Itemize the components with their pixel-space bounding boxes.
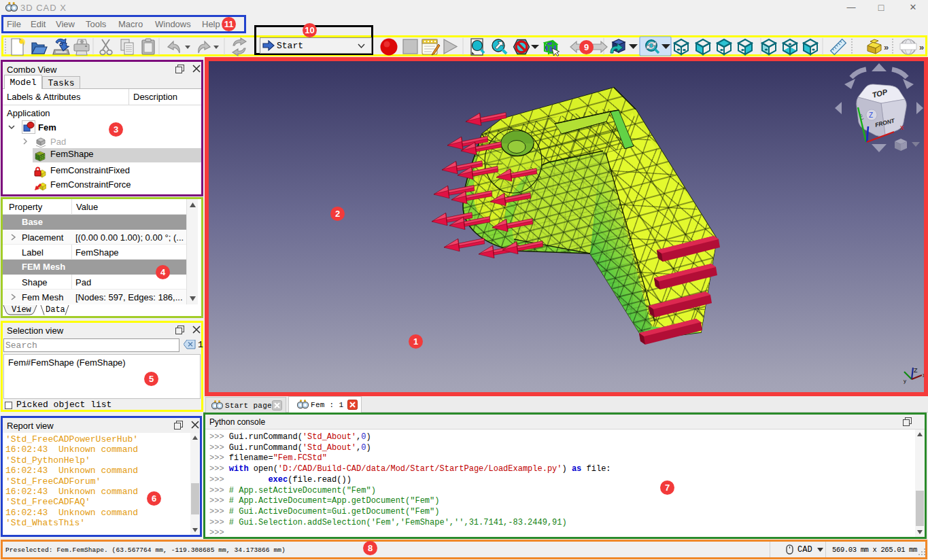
- svg-text:Z: Z: [914, 367, 918, 374]
- svg-text:Z: Z: [869, 111, 873, 119]
- svg-text:x: x: [900, 123, 904, 131]
- svg-text:»: »: [884, 42, 889, 52]
- svg-text:»: »: [919, 42, 924, 52]
- svg-text:x: x: [923, 372, 924, 379]
- svg-text:y: y: [904, 378, 906, 384]
